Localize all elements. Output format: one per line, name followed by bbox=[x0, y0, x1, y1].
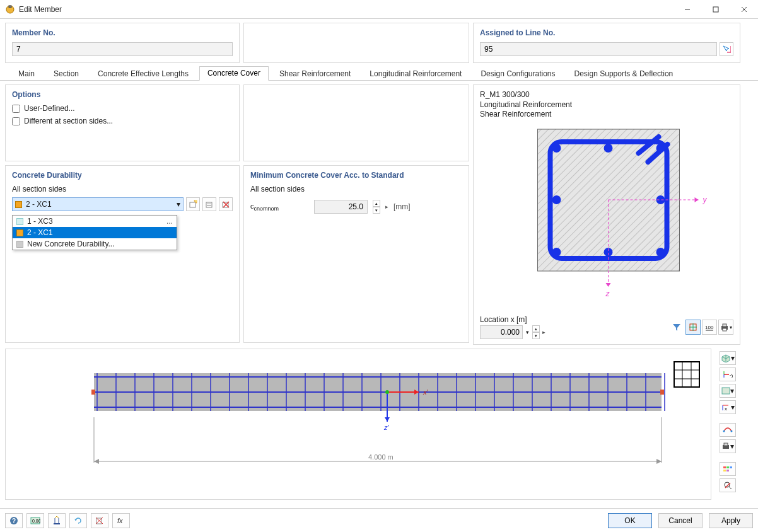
svg-line-114 bbox=[729, 487, 732, 489]
assigned-line-panel: Assigned to Line No. bbox=[473, 23, 740, 63]
spinner-down-icon[interactable]: ▾ bbox=[532, 332, 540, 339]
svg-point-9 bbox=[195, 200, 197, 202]
svg-text:z': z' bbox=[383, 424, 390, 431]
edit-durability-button[interactable] bbox=[202, 197, 216, 211]
svg-rect-109 bbox=[726, 466, 729, 468]
tab-design-configurations[interactable]: Design Configurations bbox=[472, 67, 563, 81]
print-icon[interactable]: ▾ bbox=[718, 320, 733, 335]
extents-icon[interactable] bbox=[685, 320, 701, 335]
svg-rect-40 bbox=[723, 324, 726, 327]
preview-line-3: Shear Reinforcement bbox=[480, 110, 733, 120]
svg-text:x: x bbox=[725, 406, 727, 412]
chevron-right-icon[interactable]: ▸ bbox=[542, 329, 545, 335]
axis-y-view-icon[interactable]: -y bbox=[720, 367, 736, 381]
cnom-spinner[interactable]: ▴ ▾ bbox=[373, 200, 380, 214]
new-durability-button[interactable] bbox=[186, 197, 200, 211]
refresh-icon[interactable] bbox=[69, 513, 87, 528]
filter-icon[interactable] bbox=[669, 320, 684, 335]
preview-line-1: R_M1 300/300 bbox=[480, 90, 733, 100]
svg-point-23 bbox=[552, 195, 561, 204]
tab-shear-reinforcement[interactable]: Shear Reinforcement bbox=[271, 67, 359, 81]
assigned-line-input[interactable] bbox=[480, 42, 717, 56]
chevron-right-icon[interactable]: ▸ bbox=[385, 204, 388, 210]
different-sides-check[interactable]: Different at section sides... bbox=[12, 117, 233, 125]
durability-option[interactable]: 1 - XC3... bbox=[13, 216, 177, 227]
structure-icon[interactable] bbox=[48, 513, 66, 528]
different-sides-label: Different at section sides... bbox=[24, 117, 113, 125]
spinner-up-icon[interactable]: ▴ bbox=[532, 325, 540, 332]
svg-rect-41 bbox=[723, 328, 726, 331]
cancel-button[interactable]: Cancel bbox=[658, 513, 703, 528]
svg-marker-33 bbox=[606, 283, 611, 287]
durability-option[interactable]: 2 - XC1 bbox=[13, 227, 177, 238]
svg-point-104 bbox=[723, 431, 725, 432]
cross-section-preview: y z bbox=[519, 123, 714, 299]
location-label: Location x [m] bbox=[480, 315, 538, 324]
maximize-button[interactable] bbox=[701, 0, 730, 19]
iso-view-icon[interactable]: ▾ bbox=[720, 351, 736, 365]
units-icon[interactable]: 0,00 bbox=[26, 513, 44, 528]
durability-option[interactable]: New Concrete Durability... bbox=[13, 238, 177, 250]
curve-icon[interactable] bbox=[720, 423, 736, 437]
palette-icon[interactable] bbox=[720, 462, 736, 476]
tab-design-supports-deflection[interactable]: Design Supports & Deflection bbox=[566, 67, 682, 81]
preview-line-2: Longitudinal Reinforcement bbox=[480, 100, 733, 110]
cover-all-sides: All section sides bbox=[250, 185, 462, 194]
svg-rect-112 bbox=[726, 470, 729, 471]
chevron-down-icon[interactable]: ▾ bbox=[524, 329, 531, 335]
svg-point-25 bbox=[552, 248, 561, 257]
member-no-input[interactable] bbox=[12, 42, 233, 56]
tab-longitudinal-reinforcement[interactable]: Longitudinal Reinforcement bbox=[361, 67, 470, 81]
dimensions-icon[interactable]: 100 bbox=[702, 320, 717, 335]
axis-x-view-icon[interactable]: x▾ bbox=[720, 400, 736, 414]
delete-icon[interactable] bbox=[91, 513, 108, 528]
svg-rect-10 bbox=[206, 202, 212, 207]
zoom-reset-icon[interactable] bbox=[720, 478, 736, 492]
formula-icon[interactable]: fx bbox=[112, 513, 130, 528]
svg-text:?: ? bbox=[12, 518, 16, 524]
svg-rect-3 bbox=[713, 7, 718, 12]
durability-title: Concrete Durability bbox=[12, 171, 233, 180]
svg-rect-78 bbox=[660, 390, 664, 395]
spinner-down-icon[interactable]: ▾ bbox=[373, 207, 380, 214]
cnom-unit: [mm] bbox=[394, 202, 411, 211]
tab-concrete-cover[interactable]: Concrete Cover bbox=[199, 66, 269, 81]
pick-line-button[interactable] bbox=[720, 42, 733, 56]
close-button[interactable] bbox=[730, 0, 758, 19]
svg-text:100: 100 bbox=[705, 325, 714, 330]
durability-selected: 2 - XC1 bbox=[26, 200, 52, 209]
svg-text:x': x' bbox=[423, 388, 429, 396]
apply-button[interactable]: Apply bbox=[709, 513, 753, 528]
preview-text: R_M1 300/300 Longitudinal Reinforcement … bbox=[480, 90, 733, 120]
display-extents-icon[interactable]: ▾ bbox=[720, 384, 736, 398]
tab-concrete-effective-lengths[interactable]: Concrete Effective Lengths bbox=[90, 67, 197, 81]
tab-main[interactable]: Main bbox=[10, 67, 43, 81]
svg-text:-y: -y bbox=[730, 372, 733, 378]
svg-marker-89 bbox=[94, 459, 99, 464]
location-input[interactable] bbox=[480, 325, 523, 339]
tab-section[interactable]: Section bbox=[45, 67, 87, 81]
section-preview-panel: R_M1 300/300 Longitudinal Reinforcement … bbox=[473, 84, 740, 345]
minimize-button[interactable] bbox=[673, 0, 701, 19]
assigned-line-label: Assigned to Line No. bbox=[480, 28, 733, 37]
beam-length: 4.000 m bbox=[368, 453, 394, 461]
beam-preview-panel: x' z' 4.000 m bbox=[5, 349, 711, 500]
axis-y-label: y bbox=[703, 195, 708, 204]
cnom-label: ccnomnom bbox=[250, 202, 279, 212]
cover-title: Minimum Concrete Cover Acc. to Standard bbox=[250, 171, 462, 180]
durability-combo[interactable]: 2 - XC1 ▾ bbox=[12, 197, 184, 211]
titlebar: Edit Member bbox=[0, 0, 758, 19]
ok-button[interactable]: OK bbox=[608, 513, 652, 528]
user-defined-check[interactable]: User-Defined... bbox=[12, 104, 233, 113]
cnom-input[interactable] bbox=[314, 200, 368, 214]
member-no-panel: Member No. bbox=[5, 23, 240, 63]
durability-all-sides: All section sides bbox=[12, 185, 233, 194]
delete-durability-button[interactable] bbox=[219, 197, 233, 211]
help-icon[interactable]: ? bbox=[5, 513, 23, 528]
svg-text:fx: fx bbox=[117, 517, 123, 524]
spinner-up-icon[interactable]: ▴ bbox=[373, 200, 380, 207]
mid-blank-panel bbox=[243, 84, 469, 161]
print-icon[interactable]: ▾ bbox=[720, 439, 736, 453]
durability-dropdown[interactable]: 1 - XC3...2 - XC1New Concrete Durability… bbox=[12, 215, 177, 250]
location-spinner[interactable]: ▴ ▾ bbox=[532, 325, 540, 339]
